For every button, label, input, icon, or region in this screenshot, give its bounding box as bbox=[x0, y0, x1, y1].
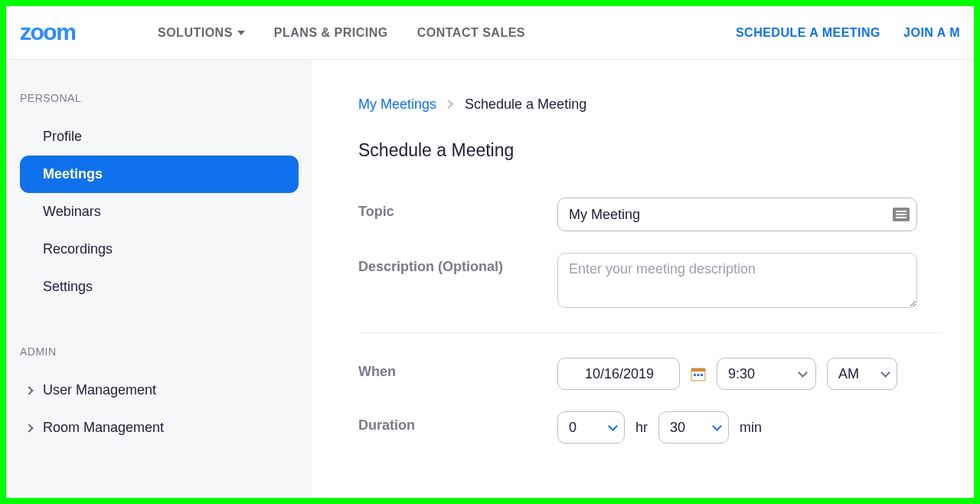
top-nav: SOLUTIONS PLANS & PRICING CONTACT SALES bbox=[158, 26, 525, 40]
svg-rect-4 bbox=[697, 374, 700, 376]
chevron-down-icon bbox=[712, 421, 722, 431]
ampm-select[interactable]: AM bbox=[827, 358, 897, 390]
chevron-down-icon bbox=[880, 368, 890, 378]
nav-contact-sales[interactable]: CONTACT SALES bbox=[417, 26, 525, 40]
chevron-right-icon bbox=[24, 386, 33, 394]
min-unit: min bbox=[740, 420, 762, 436]
sidebar-section-admin: ADMIN bbox=[6, 335, 312, 371]
duration-min-value: 30 bbox=[670, 420, 685, 436]
divider bbox=[358, 332, 943, 333]
date-input[interactable]: 10/16/2019 bbox=[557, 358, 680, 390]
join-meeting-link[interactable]: JOIN A M bbox=[903, 26, 960, 40]
header-right: SCHEDULE A MEETING JOIN A M bbox=[736, 26, 960, 40]
breadcrumb-current: Schedule a Meeting bbox=[465, 97, 586, 113]
calendar-icon[interactable] bbox=[691, 366, 706, 381]
sidebar-item-webinars[interactable]: Webinars bbox=[20, 193, 299, 231]
date-value: 10/16/2019 bbox=[585, 366, 654, 382]
sidebar-item-user-management[interactable]: User Management bbox=[20, 371, 299, 409]
zoom-logo-icon: zoom bbox=[20, 18, 135, 48]
form-row-topic: Topic bbox=[358, 198, 943, 231]
chevron-down-icon bbox=[798, 368, 808, 378]
form-row-when: When 10/16/2019 bbox=[358, 358, 943, 390]
duration-hr-select[interactable]: 0 bbox=[557, 411, 625, 443]
svg-rect-5 bbox=[701, 374, 703, 376]
breadcrumb-my-meetings[interactable]: My Meetings bbox=[358, 97, 436, 113]
template-icon[interactable] bbox=[893, 208, 910, 221]
duration-hr-value: 0 bbox=[569, 420, 577, 436]
sidebar-item-meetings[interactable]: Meetings bbox=[20, 155, 299, 193]
sidebar-item-profile[interactable]: Profile bbox=[20, 118, 299, 155]
nav-solutions[interactable]: SOLUTIONS bbox=[158, 26, 245, 40]
nav-plans-pricing[interactable]: PLANS & PRICING bbox=[274, 26, 388, 40]
form-row-description: Description (Optional) bbox=[358, 253, 943, 311]
sidebar-admin-list: User Management Room Management bbox=[6, 371, 312, 447]
breadcrumb: My Meetings Schedule a Meeting bbox=[358, 97, 943, 113]
hr-unit: hr bbox=[635, 420, 648, 436]
sidebar-section-personal: PERSONAL bbox=[6, 81, 312, 118]
description-label: Description (Optional) bbox=[358, 253, 557, 275]
page-title: Schedule a Meeting bbox=[358, 140, 943, 161]
sidebar-item-recordings[interactable]: Recordings bbox=[20, 231, 299, 268]
svg-rect-2 bbox=[691, 368, 705, 371]
schedule-meeting-link[interactable]: SCHEDULE A MEETING bbox=[736, 26, 880, 40]
topic-input[interactable] bbox=[557, 198, 917, 231]
duration-label: Duration bbox=[358, 411, 557, 434]
chevron-down-icon bbox=[608, 421, 618, 431]
topic-label: Topic bbox=[358, 198, 557, 220]
sidebar-personal-list: Profile Meetings Webinars Recordings Set… bbox=[6, 118, 312, 306]
when-label: When bbox=[358, 358, 557, 380]
admin-item-label: Room Management bbox=[43, 420, 164, 436]
main-content: My Meetings Schedule a Meeting Schedule … bbox=[312, 60, 974, 498]
duration-min-select[interactable]: 30 bbox=[658, 411, 729, 443]
sidebar: PERSONAL Profile Meetings Webinars Recor… bbox=[6, 60, 312, 498]
admin-item-label: User Management bbox=[43, 382, 156, 398]
svg-rect-3 bbox=[694, 374, 696, 376]
svg-text:zoom: zoom bbox=[20, 19, 75, 44]
nav-item-label: SOLUTIONS bbox=[158, 26, 233, 40]
header: zoom SOLUTIONS PLANS & PRICING CONTACT S… bbox=[6, 6, 974, 60]
chevron-right-icon bbox=[447, 97, 454, 113]
nav-item-label: CONTACT SALES bbox=[417, 26, 525, 40]
form-row-duration: Duration 0 hr 30 min bbox=[358, 411, 943, 443]
caret-down-icon bbox=[237, 31, 245, 35]
sidebar-item-settings[interactable]: Settings bbox=[20, 268, 299, 306]
zoom-logo[interactable]: zoom bbox=[20, 6, 135, 59]
time-value: 9:30 bbox=[728, 366, 755, 382]
sidebar-item-room-management[interactable]: Room Management bbox=[20, 409, 299, 447]
description-textarea[interactable] bbox=[557, 253, 917, 308]
ampm-value: AM bbox=[838, 366, 859, 382]
time-select[interactable]: 9:30 bbox=[717, 358, 816, 390]
nav-item-label: PLANS & PRICING bbox=[274, 26, 388, 40]
chevron-right-icon bbox=[24, 424, 33, 432]
